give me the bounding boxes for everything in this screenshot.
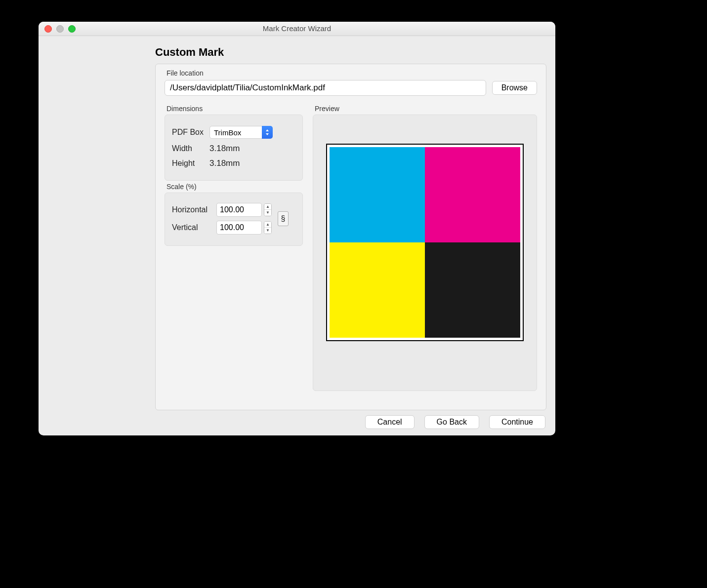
horizontal-step-up[interactable]: ▲ [264,204,271,210]
dimensions-panel: PDF Box TrimBox Width [165,115,303,181]
pdfbox-select-wrap: TrimBox [209,126,273,139]
pdfbox-select[interactable]: TrimBox [209,126,273,139]
dimensions-label: Dimensions [166,105,303,113]
black-swatch [425,242,520,338]
horizontal-spinner: ▲ ▼ [264,203,272,216]
wizard-window: Mark Creator Wizard Custom Mark File loc… [39,22,555,435]
scale-label: Scale (%) [166,183,303,191]
vertical-spinner: ▲ ▼ [264,221,272,234]
vertical-input[interactable] [216,221,262,235]
cancel-button[interactable]: Cancel [365,415,415,429]
cmyk-swatch-grid [330,147,520,338]
cyan-swatch [330,147,425,242]
scale-panel: Horizontal ▲ ▼ [165,193,303,246]
continue-button[interactable]: Continue [489,415,545,429]
page-title: Custom Mark [155,46,224,59]
vertical-label: Vertical [172,223,216,232]
titlebar: Mark Creator Wizard [39,22,555,36]
left-column: Dimensions PDF Box TrimBox [165,105,303,391]
height-value: 3.18mm [209,158,240,168]
link-aspect-icon[interactable]: § [278,211,289,226]
file-location-label: File location [166,69,546,77]
horizontal-step-down[interactable]: ▼ [264,210,271,216]
pdfbox-label: PDF Box [172,128,209,137]
yellow-swatch [330,242,425,338]
preview-canvas [326,144,524,341]
window-body: Custom Mark File location Browse Dimensi… [39,36,555,435]
window-title: Mark Creator Wizard [263,24,331,33]
browse-button[interactable]: Browse [492,81,537,95]
preview-label: Preview [315,105,537,113]
file-row: Browse [165,80,537,96]
right-column: Preview [313,105,537,391]
width-label: Width [172,144,209,153]
file-path-input[interactable] [165,80,486,96]
close-icon[interactable] [44,25,52,33]
width-value: 3.18mm [209,144,240,154]
minimize-icon[interactable] [56,25,64,33]
vertical-step-up[interactable]: ▲ [264,222,271,228]
magenta-swatch [425,147,520,242]
horizontal-stepper: ▲ ▼ [216,203,272,217]
window-controls [44,25,76,33]
main-panel: File location Browse Dimensions PDF Box … [155,64,546,410]
zoom-icon[interactable] [68,25,76,33]
vertical-stepper: ▲ ▼ [216,221,272,235]
go-back-button[interactable]: Go Back [424,415,479,429]
height-label: Height [172,159,209,168]
horizontal-input[interactable] [216,203,262,217]
preview-panel [313,115,537,391]
vertical-step-down[interactable]: ▼ [264,228,271,234]
horizontal-label: Horizontal [172,205,216,214]
footer-buttons: Cancel Go Back Continue [365,415,545,429]
